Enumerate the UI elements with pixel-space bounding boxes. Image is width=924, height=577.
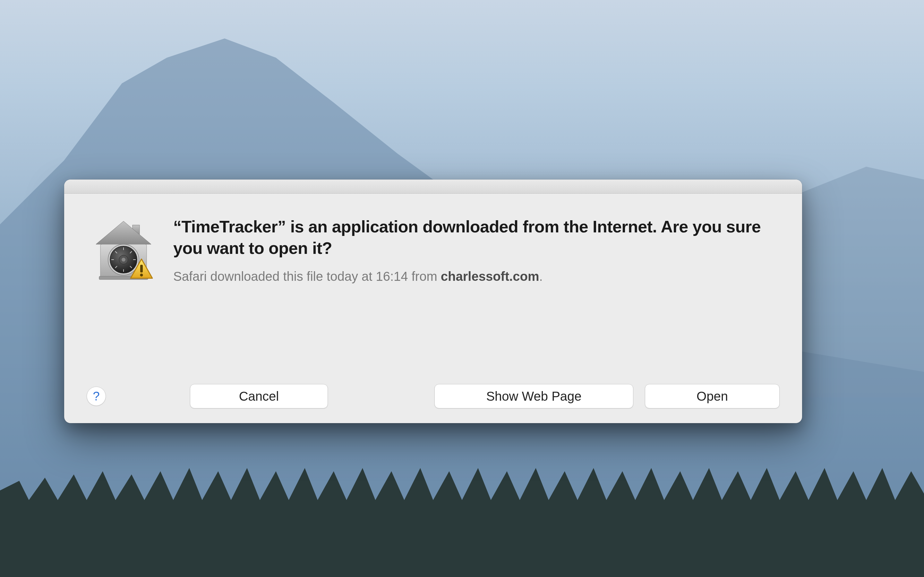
dialog-body: “TimeTracker” is an application download… <box>64 193 802 384</box>
svg-rect-17 <box>140 265 143 272</box>
dialog-subtext-suffix: . <box>540 269 543 284</box>
svg-marker-1 <box>96 221 151 244</box>
dialog-subtext-prefix: Safari downloaded this file today at 16:… <box>173 269 441 284</box>
cancel-button[interactable]: Cancel <box>190 384 328 408</box>
dialog-subtext: Safari downloaded this file today at 16:… <box>173 268 780 285</box>
help-button[interactable]: ? <box>87 387 106 406</box>
gatekeeper-icon <box>91 219 156 284</box>
svg-point-18 <box>140 274 143 277</box>
dialog-subtext-domain: charlessoft.com <box>441 269 540 284</box>
dialog-headline: “TimeTracker” is an application download… <box>173 216 780 259</box>
show-web-page-button[interactable]: Show Web Page <box>435 384 633 408</box>
dialog-titlebar <box>64 179 802 193</box>
open-button[interactable]: Open <box>645 384 780 408</box>
gatekeeper-dialog: “TimeTracker” is an application download… <box>64 179 802 423</box>
dialog-icon-column <box>87 213 160 372</box>
dialog-text-column: “TimeTracker” is an application download… <box>173 213 780 372</box>
dialog-footer: ? Cancel Show Web Page Open <box>64 384 802 423</box>
svg-point-14 <box>121 258 126 261</box>
